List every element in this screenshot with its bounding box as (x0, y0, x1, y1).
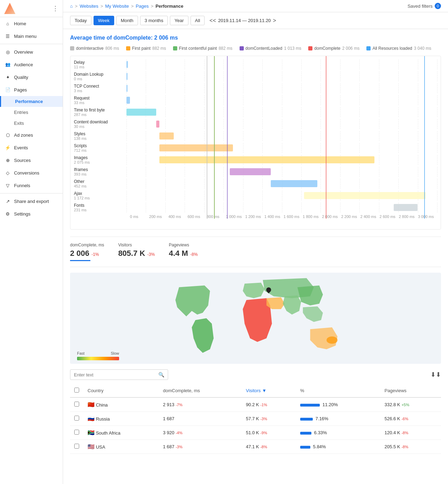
sidebar-sub-item-performance[interactable]: Performance (0, 96, 63, 107)
legend-item-label: domComplete (314, 46, 340, 51)
table-col-country[interactable]: Country (83, 384, 159, 397)
waterfall-grid-line (223, 71, 224, 81)
waterfall-bar (126, 73, 127, 80)
date-btn-3months[interactable]: 3 months (140, 16, 168, 25)
pct-value: 5.84% (313, 444, 326, 449)
date-btn-year[interactable]: Year (170, 16, 188, 25)
waterfall-grid-line (398, 179, 399, 189)
table-cell-checkbox[interactable] (70, 426, 83, 440)
waterfall-grid-line (185, 167, 185, 177)
waterfall-bar-area (126, 107, 437, 117)
table-cell-checkbox[interactable] (70, 397, 83, 412)
pages-icon (5, 87, 11, 93)
waterfall-grid-line (321, 179, 321, 189)
waterfall-row-label: Request33 ms (74, 96, 126, 105)
table-cell-checkbox[interactable] (70, 440, 83, 454)
sidebar-sub-item-entries[interactable]: Entries (0, 107, 63, 118)
waterfall-grid-line (340, 107, 340, 117)
waterfall-grid-line (321, 95, 321, 105)
row-checkbox[interactable] (74, 430, 79, 435)
sidebar-item-quality[interactable]: Quality (0, 71, 63, 83)
breadcrumb-pages[interactable]: Pages (136, 4, 149, 9)
sidebar-item-home[interactable]: Home (0, 17, 63, 30)
waterfall-row-label: Styles138 ms (74, 131, 126, 141)
waterfall-grid-line (379, 119, 379, 129)
waterfall-grid-line (262, 191, 263, 200)
date-prev-button[interactable]: < (209, 18, 216, 24)
visitors-change: -9% (260, 431, 267, 435)
waterfall-grid-line (398, 131, 399, 141)
waterfall-grid-line (301, 167, 302, 177)
sidebar-item-adzones[interactable]: Ad zones (0, 129, 63, 141)
row-checkbox[interactable] (74, 416, 79, 421)
download-button[interactable]: ⬇ (430, 371, 441, 379)
waterfall-grid-line (165, 60, 166, 69)
breadcrumb-home[interactable]: ⌂ (70, 4, 73, 9)
legend-color-swatch (240, 46, 244, 50)
row-checkbox[interactable] (74, 444, 79, 449)
waterfall-grid-line (379, 155, 379, 165)
sidebar-item-share[interactable]: Share and export (0, 195, 63, 207)
saved-filters-badge: 0 (435, 3, 441, 9)
waterfall-grid-line (204, 107, 205, 117)
table-col-pct[interactable]: % (296, 384, 380, 397)
waterfall-grid-line (340, 95, 340, 105)
waterfall-grid-line (418, 203, 418, 212)
waterfall-grid-line (243, 179, 243, 189)
breadcrumb-mywebsite[interactable]: My Website (105, 4, 129, 9)
date-btn-today[interactable]: Today (70, 16, 91, 25)
saved-filters[interactable]: Saved filters 0 (407, 3, 441, 9)
sidebar-item-pages[interactable]: Pages (0, 83, 63, 96)
waterfall-bar (159, 132, 174, 139)
waterfall-grid-line (437, 107, 437, 117)
visitors-change: -3% (260, 417, 267, 421)
waterfall-axis-label: 600 ms (187, 214, 207, 219)
date-btn-month[interactable]: Month (116, 16, 138, 25)
stat-item: Visitors 805.7 K -3% (118, 243, 155, 261)
sidebar-item-label: Quality (14, 75, 28, 80)
sidebar-item-events[interactable]: Events (0, 141, 63, 154)
table-cell-country: 🇿🇦 South Africa (83, 426, 159, 440)
table-col-domcomplete[interactable]: domComplete, ms (159, 384, 242, 397)
waterfall-bar-area (126, 95, 437, 105)
sidebar-item-main-menu[interactable]: Main menu (0, 30, 63, 42)
breadcrumb-websites[interactable]: Websites (80, 4, 98, 9)
waterfall-grid-line (437, 155, 437, 165)
date-btn-all[interactable]: All (191, 16, 205, 25)
table-col-pageviews[interactable]: Pageviews (380, 384, 441, 397)
waterfall-row-label: Domain Lookup0 ms (74, 72, 126, 81)
waterfall-grid-line (379, 143, 379, 153)
date-btn-week[interactable]: Week (94, 16, 114, 25)
sidebar-item-settings[interactable]: Settings (0, 207, 63, 220)
waterfall-bar (394, 204, 418, 211)
waterfall-axis-label: 400 ms (168, 214, 188, 219)
sidebar-item-label: Main menu (14, 34, 36, 39)
sidebar-item-funnels[interactable]: Funnels (0, 179, 63, 192)
search-input[interactable] (74, 372, 156, 377)
waterfall-grid-line (321, 60, 321, 69)
legend-item: First contentful paint 882 ms (173, 46, 232, 51)
sidebar-sub-item-exits[interactable]: Exits (0, 118, 63, 129)
sidebar-item-label: Sources (14, 158, 31, 163)
waterfall-grid-line (379, 203, 379, 212)
sidebar-item-conversions[interactable]: Conversions (0, 166, 63, 179)
table-cell-domcomplete: 3 920 -4% (159, 426, 242, 440)
waterfall-row-label: Other452 ms (74, 179, 126, 188)
date-next-button[interactable]: > (273, 18, 276, 24)
waterfall-grid-line (437, 71, 437, 81)
sidebar-more-button[interactable]: ⋮ (52, 5, 58, 12)
waterfall-bar (126, 97, 130, 104)
table-col-visitors[interactable]: Visitors ▼ (242, 384, 296, 397)
sidebar-item-audience[interactable]: Audience (0, 58, 63, 71)
waterfall-axis: 0 ms200 ms400 ms600 ms800 ms1 000 ms1 20… (130, 214, 437, 219)
table-cell-checkbox[interactable] (70, 412, 83, 426)
sidebar-item-sources[interactable]: Sources (0, 154, 63, 166)
select-all-checkbox[interactable] (74, 388, 79, 393)
sidebar-item-overview[interactable]: Overview (0, 46, 63, 58)
waterfall-grid-line (204, 203, 205, 212)
sidebar-item-label: Events (14, 145, 28, 150)
sidebar-item-label: Share and export (14, 199, 49, 204)
legend-item-sublabel: 1 013 ms (284, 46, 301, 51)
main-content: ⌂ Websites My Website Pages Performance … (63, 0, 448, 484)
row-checkbox[interactable] (74, 402, 79, 407)
